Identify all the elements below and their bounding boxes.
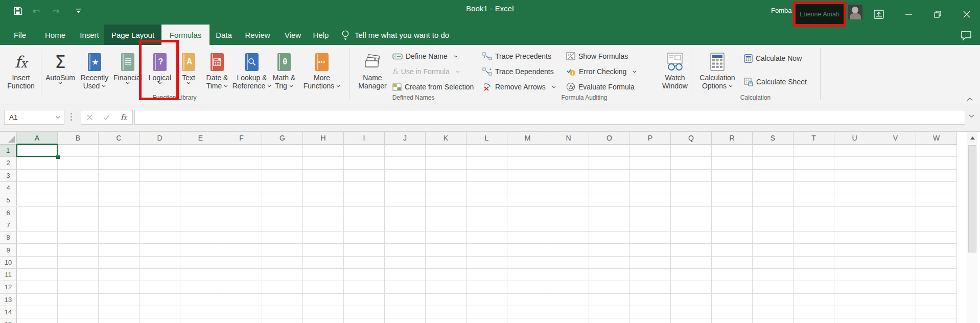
scrollbar-thumb[interactable]	[968, 145, 976, 252]
use-in-formula-button[interactable]: fxUse in Formula	[392, 64, 460, 79]
column-header-F[interactable]: F	[221, 132, 262, 145]
column-header-I[interactable]: I	[344, 132, 385, 145]
insert-function-fx-icon[interactable]: fx	[121, 112, 127, 122]
row-header-3[interactable]: 3	[0, 170, 17, 182]
column-header-A[interactable]: A	[17, 132, 58, 145]
redo-button[interactable]	[49, 4, 62, 17]
calculate-now-button[interactable]: Calculate Now	[744, 51, 802, 65]
scroll-up-button[interactable]	[967, 132, 977, 144]
tab-file[interactable]: File	[5, 25, 35, 45]
calculate-sheet-button[interactable]: Calculate Sheet	[744, 75, 807, 89]
enter-icon[interactable]	[103, 115, 109, 120]
tab-insert[interactable]: Insert	[75, 25, 104, 45]
cancel-icon[interactable]	[87, 114, 92, 120]
ribbon-display-options-button[interactable]	[872, 7, 886, 21]
name-box[interactable]: A1	[4, 110, 64, 125]
tab-home[interactable]: Home	[40, 25, 71, 45]
column-header-M[interactable]: M	[507, 132, 548, 145]
trace-precedents-button[interactable]: Trace Precedents	[482, 49, 551, 63]
row-header-10[interactable]: 10	[0, 257, 17, 269]
column-header-U[interactable]: U	[834, 132, 875, 145]
column-header-E[interactable]: E	[180, 132, 221, 145]
undo-button[interactable]	[30, 4, 43, 17]
restore-button[interactable]	[930, 7, 945, 21]
more-functions-button[interactable]: •••MoreFunctions	[298, 47, 345, 100]
watch-window-button[interactable]: WatchWindow	[660, 47, 690, 100]
date-time-button[interactable]: Date &Time	[201, 47, 233, 100]
lookup-reference-button[interactable]: Lookup &Reference	[234, 47, 270, 100]
column-header-S[interactable]: S	[753, 132, 794, 145]
row-header-14[interactable]: 14	[0, 306, 17, 318]
tab-help[interactable]: Help	[307, 25, 335, 45]
row-header-15[interactable]: 15	[0, 318, 17, 323]
evaluate-formula-button[interactable]: fxEvaluate Formula	[566, 80, 635, 94]
recently-used-button[interactable]: ★RecentlyUsed	[78, 47, 111, 100]
text-button[interactable]: AText	[177, 47, 200, 100]
column-header-O[interactable]: O	[589, 132, 630, 145]
expand-formula-bar-chevron-icon[interactable]	[969, 114, 974, 118]
minimize-button[interactable]	[901, 7, 916, 21]
vertical-scrollbar[interactable]	[967, 132, 977, 323]
error-checking-button[interactable]: !Error Checking	[566, 64, 637, 79]
column-header-R[interactable]: R	[712, 132, 753, 145]
row-header-11[interactable]: 11	[0, 269, 17, 281]
selected-cell-A1[interactable]	[16, 144, 58, 157]
column-header-Q[interactable]: Q	[671, 132, 712, 145]
row-header-13[interactable]: 13	[0, 294, 17, 306]
column-header-V[interactable]: V	[875, 132, 916, 145]
name-manager-label: Name	[363, 74, 382, 82]
define-name-button[interactable]: Define Name	[392, 49, 458, 63]
column-header-J[interactable]: J	[385, 132, 426, 145]
more-functions-icon: •••	[315, 50, 329, 74]
row-header-1[interactable]: 1	[0, 145, 17, 157]
remove-arrows-button[interactable]: Remove Arrows	[482, 80, 556, 94]
comments-icon[interactable]	[961, 31, 972, 43]
save-button[interactable]	[11, 4, 25, 17]
column-header-N[interactable]: N	[548, 132, 589, 145]
column-header-H[interactable]: H	[303, 132, 344, 145]
tell-me-box[interactable]: Tell me what you want to do	[341, 25, 449, 45]
formula-input[interactable]	[134, 110, 965, 125]
tab-review[interactable]: Review	[240, 25, 275, 45]
financial-button[interactable]: Financial	[112, 47, 143, 100]
row-header-4[interactable]: 4	[0, 182, 17, 194]
column-header-B[interactable]: B	[58, 132, 99, 145]
row-header-6[interactable]: 6	[0, 207, 17, 219]
calculation-options-button[interactable]: CalculationOptions	[694, 47, 741, 100]
row-header-12[interactable]: 12	[0, 281, 17, 293]
avatar[interactable]	[848, 5, 862, 19]
column-header-T[interactable]: T	[794, 132, 834, 145]
name-box-dropdown-icon[interactable]	[56, 116, 60, 119]
error-checking-label: Error Checking	[579, 67, 626, 76]
trace-dependents-button[interactable]: Trace Dependents	[482, 64, 554, 79]
select-all-corner[interactable]	[0, 132, 17, 145]
tab-view[interactable]: View	[278, 25, 308, 45]
column-header-P[interactable]: P	[630, 132, 671, 145]
row-header-2[interactable]: 2	[0, 157, 17, 169]
name-manager-button[interactable]: NameManager	[355, 47, 390, 100]
math-trig-button[interactable]: θMath &Trig	[271, 47, 297, 100]
formula-bar-splitter[interactable]	[71, 113, 72, 121]
sheet-cells[interactable]	[17, 145, 957, 323]
row-header-9[interactable]: 9	[0, 244, 17, 256]
row-header-5[interactable]: 5	[0, 194, 17, 206]
column-header-C[interactable]: C	[99, 132, 139, 145]
qat-custom-button[interactable]	[72, 4, 85, 17]
column-header-K[interactable]: K	[426, 132, 466, 145]
math-trig-label: Math &	[273, 74, 295, 82]
user-name-visible[interactable]: Fomba	[771, 7, 791, 14]
insert-function-button[interactable]: fxInsertFunction	[2, 47, 40, 100]
column-header-W[interactable]: W	[916, 132, 957, 145]
row-header-8[interactable]: 8	[0, 232, 17, 244]
column-header-D[interactable]: D	[139, 132, 180, 145]
autosum-button[interactable]: ΣAutoSum	[44, 47, 77, 100]
tab-data[interactable]: Data	[209, 25, 238, 45]
show-formulas-button[interactable]: 15fxShow Formulas	[566, 49, 628, 63]
create-from-selection-button[interactable]: Create from Selection	[392, 80, 474, 94]
close-button[interactable]	[960, 7, 974, 21]
fill-handle[interactable]	[56, 155, 60, 159]
row-header-7[interactable]: 7	[0, 219, 17, 232]
column-header-G[interactable]: G	[262, 132, 303, 145]
column-header-L[interactable]: L	[466, 132, 507, 145]
collapse-ribbon-chevron-icon[interactable]	[967, 94, 973, 103]
